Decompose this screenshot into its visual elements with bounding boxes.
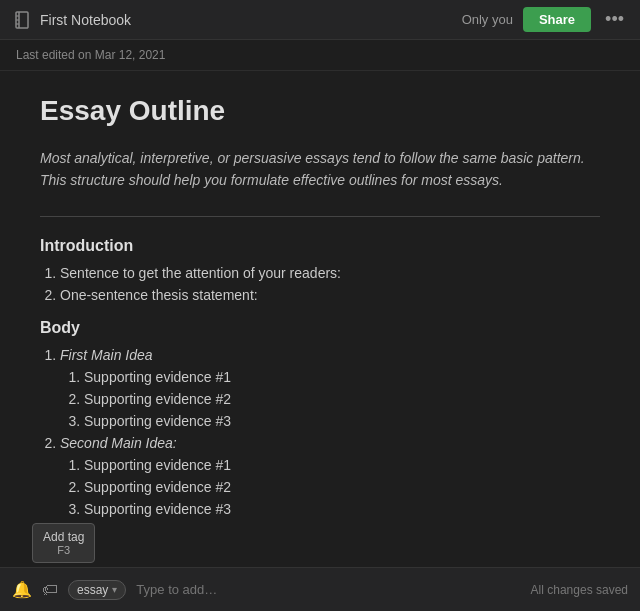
list-item: Supporting evidence #2 — [84, 479, 600, 495]
body-sublist-2: Supporting evidence #1 Supporting eviden… — [60, 457, 600, 517]
notebook-title: First Notebook — [40, 12, 131, 28]
section-heading-body: Body — [40, 319, 600, 337]
section-heading-introduction: Introduction — [40, 237, 600, 255]
only-you-label: Only you — [462, 12, 513, 27]
notebook-icon — [12, 10, 32, 30]
document-subtitle: Most analytical, interpretive, or persua… — [40, 147, 600, 192]
list-item: Supporting evidence #3 — [84, 501, 600, 517]
body-sublist-1: Supporting evidence #1 Supporting eviden… — [60, 369, 600, 429]
header: First Notebook Only you Share ••• — [0, 0, 640, 40]
body-item-1: First Main Idea — [60, 347, 153, 363]
tag-icon[interactable]: 🏷 — [42, 581, 58, 598]
add-tag-tooltip: Add tag F3 — [32, 523, 95, 563]
list-item: Supporting evidence #1 — [84, 369, 600, 385]
tag-chip[interactable]: essay ▾ — [68, 580, 126, 600]
header-left: First Notebook — [12, 10, 131, 30]
bottom-bar: 🔔 Add tag F3 🏷 essay ▾ All changes saved — [0, 567, 640, 611]
add-tag-input[interactable] — [136, 582, 520, 597]
share-button[interactable]: Share — [523, 7, 591, 32]
body-list: First Main Idea Supporting evidence #1 S… — [40, 347, 600, 517]
list-item: Supporting evidence #2 — [84, 391, 600, 407]
save-status: All changes saved — [531, 583, 628, 597]
document-title: Essay Outline — [40, 95, 600, 127]
tag-name: essay — [77, 583, 108, 597]
list-item: Supporting evidence #3 — [84, 413, 600, 429]
introduction-list: Sentence to get the attention of your re… — [40, 265, 600, 303]
list-item: One-sentence thesis statement: — [60, 287, 600, 303]
tag-button-wrapper: Add tag F3 🏷 — [42, 581, 58, 599]
last-edited-label: Last edited on Mar 12, 2021 — [0, 40, 640, 71]
list-item: Sentence to get the attention of your re… — [60, 265, 600, 281]
header-right: Only you Share ••• — [462, 7, 628, 32]
more-options-button[interactable]: ••• — [601, 9, 628, 30]
bell-icon[interactable]: 🔔 — [12, 580, 32, 599]
list-item: Supporting evidence #1 — [84, 457, 600, 473]
body-item-2: Second Main Idea: — [60, 435, 177, 451]
list-item: First Main Idea Supporting evidence #1 S… — [60, 347, 600, 429]
list-item: Second Main Idea: Supporting evidence #1… — [60, 435, 600, 517]
chevron-down-icon: ▾ — [112, 584, 117, 595]
document-content: Essay Outline Most analytical, interpret… — [0, 71, 640, 566]
divider — [40, 216, 600, 217]
